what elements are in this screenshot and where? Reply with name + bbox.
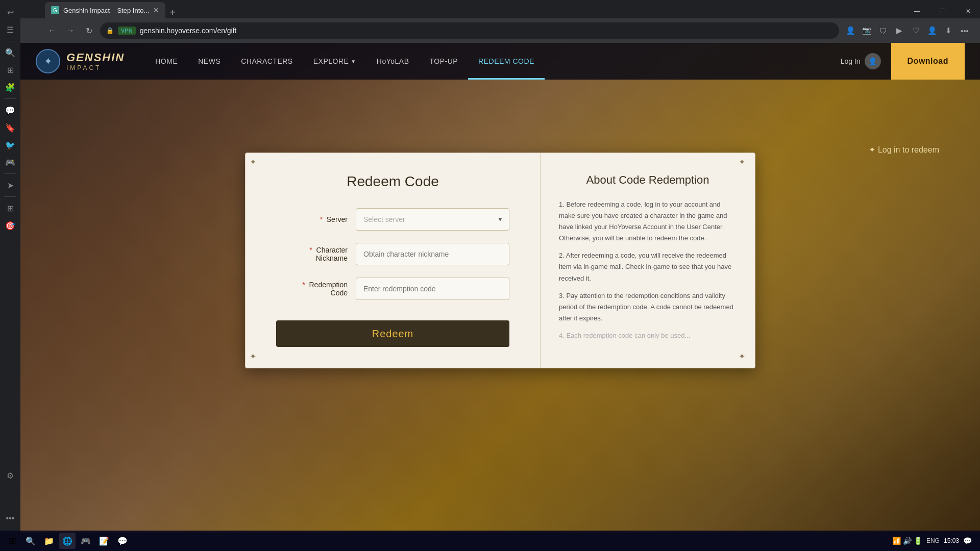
- tab-close-button[interactable]: ✕: [153, 6, 159, 14]
- back-button[interactable]: ←: [45, 23, 59, 38]
- taskbar-notes[interactable]: 📝: [96, 533, 112, 549]
- website: ✦ GENSHIN IMPACT HOME NEWS CHARACTERS EX…: [20, 43, 980, 533]
- sidebar-twitter-icon[interactable]: 🐦: [2, 137, 18, 153]
- window-controls: — ☐ ✕: [905, 4, 980, 18]
- server-row: * Server Select server America Europe As…: [276, 208, 509, 231]
- login-button[interactable]: Log In 👤: [841, 53, 881, 69]
- taskbar-edge[interactable]: 🌐: [59, 533, 76, 549]
- nav-characters[interactable]: CHARACTERS: [231, 43, 303, 80]
- taskbar: ⊞ 🔍 📁 🌐 🎮 📝 💬 📶 🔊 🔋 ENG 15:03 💬: [0, 531, 980, 551]
- shield-icon[interactable]: 🛡: [876, 23, 890, 38]
- server-select[interactable]: Select server America Europe Asia TW/HK/…: [356, 208, 509, 231]
- taskbar-discord[interactable]: 💬: [114, 533, 131, 549]
- nav-right: Log In 👤: [841, 53, 881, 69]
- sidebar-extension-icon[interactable]: 🧩: [2, 79, 18, 95]
- about-panel: About Code Redemption 1. Before redeemin…: [541, 153, 755, 368]
- tab-favicon: G: [51, 6, 59, 14]
- user-avatar-icon: 👤: [865, 53, 881, 69]
- about-point-2: 2. After redeeming a code, you will rece…: [559, 250, 737, 284]
- sidebar-search-icon[interactable]: 🔍: [2, 44, 18, 61]
- nav-topup[interactable]: TOP-UP: [419, 43, 468, 80]
- sidebar-back-icon[interactable]: ↩: [2, 4, 18, 20]
- forward-button[interactable]: →: [63, 23, 78, 38]
- redeem-form-panel: Redeem Code * Server Select server Ameri…: [246, 153, 541, 368]
- toolbar-buttons: 👤 📷 🛡 ▶ ♡ 👤 ⬇ •••: [843, 23, 972, 38]
- code-row: * RedemptionCode: [276, 278, 509, 300]
- address-bar: ← → ↻ 🔒 VPN genshin.hoyoverse.com/en/gif…: [20, 18, 980, 43]
- url-bar[interactable]: 🔒 VPN genshin.hoyoverse.com/en/gift: [100, 22, 839, 39]
- network-icon[interactable]: 📶: [892, 537, 901, 545]
- sidebar-tab-icon[interactable]: ⊞: [2, 62, 18, 78]
- tab-title: Genshin Impact – Step Into...: [63, 7, 149, 14]
- notification-icon[interactable]: 💬: [963, 537, 972, 545]
- start-button[interactable]: ⊞: [4, 533, 20, 549]
- play-icon[interactable]: ▶: [892, 23, 906, 38]
- nickname-input[interactable]: [356, 243, 509, 265]
- redeem-container: ✦ ✦ ✦ ✦ Redeem Code * Server Select serv…: [245, 153, 755, 368]
- sidebar-readlater-icon[interactable]: 🔖: [2, 119, 18, 136]
- nav-hoyolab[interactable]: HoYoLAB: [366, 43, 420, 80]
- active-tab[interactable]: G Genshin Impact – Step Into... ✕: [45, 2, 165, 18]
- logo-text: GENSHIN IMPACT: [66, 51, 125, 71]
- url-text: genshin.hoyoverse.com/en/gift: [140, 27, 237, 35]
- browser-chrome: G Genshin Impact – Step Into... ✕ + — ☐ …: [20, 0, 980, 43]
- corner-tl: ✦: [250, 157, 262, 169]
- taskbar-time: 15:03: [944, 537, 959, 544]
- redeem-title: Redeem Code: [276, 173, 509, 190]
- close-button[interactable]: ✕: [957, 4, 980, 18]
- sidebar-separator-3: [4, 173, 16, 174]
- sidebar-separator-2: [4, 98, 16, 99]
- code-required: *: [302, 281, 305, 289]
- sidebar-history-icon[interactable]: ☰: [2, 21, 18, 38]
- tab-bar: G Genshin Impact – Step Into... ✕ + — ☐ …: [20, 0, 980, 18]
- sidebar-grid-icon[interactable]: ⊞: [2, 200, 18, 216]
- corner-br: ✦: [739, 352, 751, 364]
- taskbar-clock: 15:03: [944, 537, 959, 544]
- nickname-label: * CharacterNickname: [276, 246, 348, 262]
- battery-icon[interactable]: 🔋: [914, 537, 922, 545]
- nav-redeem[interactable]: REDEEM CODE: [468, 43, 545, 80]
- nickname-row: * CharacterNickname: [276, 243, 509, 265]
- minimize-button[interactable]: —: [905, 4, 929, 18]
- redeem-button[interactable]: Redeem: [276, 320, 509, 347]
- sidebar-more-icon[interactable]: •••: [2, 510, 18, 527]
- taskbar-file-explorer[interactable]: 📁: [41, 533, 57, 549]
- sidebar-separator-4: [4, 196, 16, 197]
- taskbar-search[interactable]: 🔍: [22, 533, 39, 549]
- browser-left-sidebar: ↩ ☰ 🔍 ⊞ 🧩 💬 🔖 🐦 🎮 ➤ ⊞ 🎯 ⚙ •••: [0, 0, 20, 551]
- nav-explore[interactable]: EXPLORE ▼: [303, 43, 366, 80]
- nav-news[interactable]: NEWS: [188, 43, 231, 80]
- volume-icon[interactable]: 🔊: [903, 537, 912, 545]
- reload-button[interactable]: ↻: [82, 23, 96, 38]
- download-icon[interactable]: ⬇: [941, 23, 955, 38]
- server-required: *: [320, 215, 322, 223]
- about-point-4: 4. Each redemption code can only be used…: [559, 330, 737, 341]
- lock-icon: 🔒: [106, 27, 114, 34]
- explore-dropdown-arrow: ▼: [351, 59, 356, 64]
- taskbar-right: 📶 🔊 🔋 ENG 15:03 💬: [892, 537, 976, 545]
- taskbar-genshin[interactable]: 🎮: [78, 533, 94, 549]
- login-to-redeem[interactable]: ✦ Log in to redeem: [869, 145, 939, 155]
- vpn-badge: VPN: [118, 27, 136, 35]
- server-select-wrapper: Select server America Europe Asia TW/HK/…: [356, 208, 509, 231]
- corner-bl: ✦: [250, 352, 262, 364]
- download-button[interactable]: Download: [891, 43, 965, 80]
- logo[interactable]: ✦ GENSHIN IMPACT: [36, 49, 125, 73]
- about-point-1: 1. Before redeeming a code, log in to yo…: [559, 199, 737, 244]
- sidebar-chat-icon[interactable]: 💬: [2, 102, 18, 118]
- account-icon[interactable]: 👤: [925, 23, 939, 38]
- sidebar-discord-icon[interactable]: 🎮: [2, 154, 18, 170]
- nav-home[interactable]: HOME: [145, 43, 188, 80]
- new-tab-button[interactable]: +: [169, 7, 176, 18]
- nav-links: HOME NEWS CHARACTERS EXPLORE ▼ HoYoLAB T…: [145, 43, 840, 80]
- menu-icon[interactable]: •••: [958, 23, 972, 38]
- sidebar-settings-icon[interactable]: ⚙: [2, 467, 18, 484]
- maximize-button[interactable]: ☐: [931, 4, 954, 18]
- profile-icon[interactable]: 👤: [843, 23, 857, 38]
- screenshot-icon[interactable]: 📷: [860, 23, 874, 38]
- sidebar-games-icon[interactable]: 🎯: [2, 217, 18, 234]
- logo-sub: IMPACT: [66, 64, 125, 71]
- favorites-icon[interactable]: ♡: [909, 23, 923, 38]
- sidebar-send-icon[interactable]: ➤: [2, 177, 18, 193]
- code-input[interactable]: [356, 278, 509, 300]
